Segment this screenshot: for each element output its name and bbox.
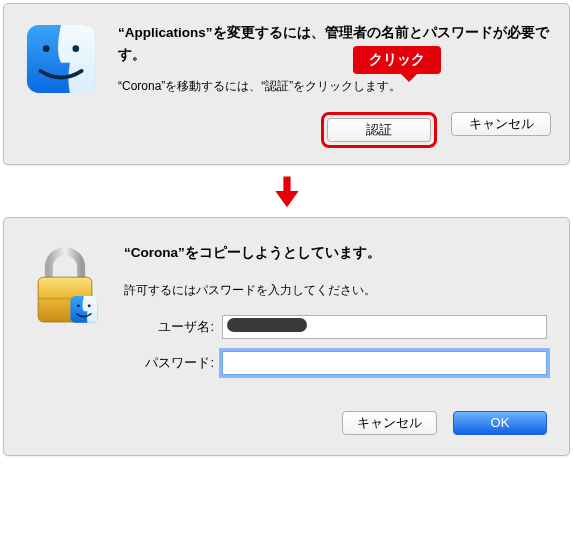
ok-button[interactable]: OK xyxy=(453,411,547,435)
dialog-title: “Applications”を変更するには、管理者の名前とパスワードが必要です。 xyxy=(118,22,551,65)
lock-icon xyxy=(28,244,102,333)
username-label: ユーザ名: xyxy=(124,318,214,336)
arrow-down-icon xyxy=(3,173,570,209)
svg-point-1 xyxy=(43,45,50,52)
click-callout: クリック xyxy=(353,46,441,74)
dialog-title: “Corona”をコピーしようとしています。 xyxy=(124,244,547,262)
highlight-ring: 認証 xyxy=(321,112,437,148)
password-dialog: “Corona”をコピーしようとしています。 許可するにはパスワードを入力してく… xyxy=(3,217,570,456)
cancel-button[interactable]: キャンセル xyxy=(342,411,437,435)
password-field[interactable] xyxy=(222,351,547,375)
password-label: パスワード: xyxy=(124,354,214,372)
svg-point-7 xyxy=(88,304,91,307)
cancel-button[interactable]: キャンセル xyxy=(451,112,551,136)
dialog-description: “Corona”を移動するには、“認証”をクリックします。 xyxy=(118,77,551,95)
dialog-description: 許可するにはパスワードを入力してください。 xyxy=(124,282,547,299)
svg-point-2 xyxy=(72,45,79,52)
redacted-username xyxy=(227,318,307,332)
svg-point-6 xyxy=(77,304,80,307)
username-field[interactable] xyxy=(222,315,547,339)
authenticate-button[interactable]: 認証 xyxy=(327,118,431,142)
finder-icon xyxy=(24,22,98,96)
auth-prompt-dialog: “Applications”を変更するには、管理者の名前とパスワードが必要です。… xyxy=(3,3,570,165)
